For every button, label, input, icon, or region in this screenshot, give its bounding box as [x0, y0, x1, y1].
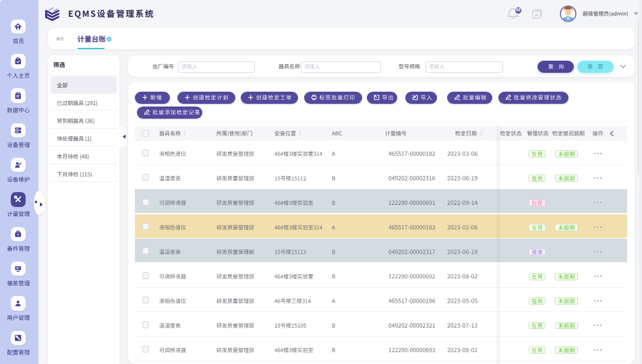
svg-text:A: A — [535, 12, 539, 18]
